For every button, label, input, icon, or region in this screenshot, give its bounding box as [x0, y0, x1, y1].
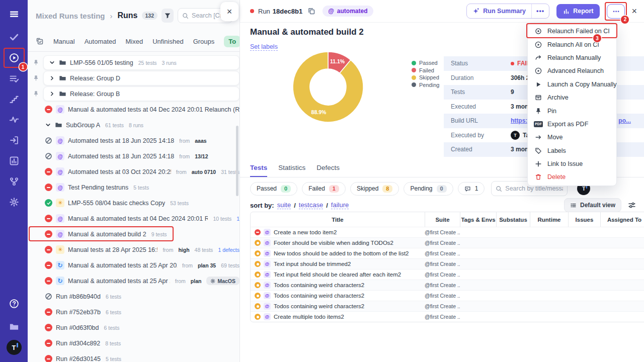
menu-item-delete[interactable]: Delete	[528, 170, 616, 184]
menu-item-move[interactable]: Move	[528, 131, 616, 144]
table-row[interactable]: @Footer should be visible when adding TO…	[251, 237, 644, 248]
runs-tab-groups[interactable]: Groups	[193, 38, 215, 45]
sidebar-button-runs-list[interactable]	[4, 68, 24, 88]
close-detail-button[interactable]: ×	[631, 6, 637, 17]
tab-defects[interactable]: Defects	[316, 164, 340, 177]
menu-item-relaunch-all-on-ci[interactable]: Relaunch All on CI	[528, 38, 616, 51]
menu-item-link-to-issue[interactable]: Link to Issue	[528, 157, 616, 170]
table-row[interactable]: @Todos containing weird characters2 @fir…	[251, 280, 644, 290]
column-header-title[interactable]: Title	[251, 212, 425, 227]
run-tree-item[interactable]: Run #d304c8928 tests	[32, 335, 239, 351]
sidebar-button-help[interactable]	[4, 294, 24, 314]
run-tree-item[interactable]: ✳LMP-555 08/04 basic checks Copy53 tests	[32, 195, 239, 211]
run-tree-item[interactable]: @Automated tests at 18 Jun 2025 14:18fro…	[32, 133, 239, 148]
view-selector-button[interactable]: Default view	[564, 198, 621, 212]
legend-item-passed[interactable]: Passed	[412, 60, 439, 66]
table-row[interactable]: @Todos containing weird characters2 @fir…	[251, 301, 644, 311]
pinned-run-card[interactable]: Release: Group B	[43, 86, 239, 101]
table-row[interactable]: @Text input should be trimmed2 @first Cr…	[251, 258, 644, 269]
comments-filter-chip[interactable]: 1	[458, 182, 485, 195]
sidebar-button-branch[interactable]	[4, 171, 24, 192]
build-url-link-end[interactable]: po...	[618, 117, 631, 124]
table-row[interactable]: @Create a new todo item2 @first Create .…	[251, 227, 644, 237]
runs-tab-mixed[interactable]: Mixed	[126, 38, 143, 45]
run-tree-item[interactable]: @Manual & automated tests at 04 Dec 2024…	[32, 211, 239, 226]
build-url-link[interactable]: https:/	[511, 117, 529, 124]
legend-item-failed[interactable]: Failed	[412, 67, 439, 73]
set-labels-link[interactable]: Set labels	[250, 43, 278, 51]
runs-tab-manual[interactable]: Manual	[53, 38, 75, 45]
sidebar-button-check[interactable]	[4, 27, 24, 47]
column-header-runtime[interactable]: Runtime	[530, 212, 568, 227]
filter-chip-failed[interactable]: Failed1	[302, 182, 346, 196]
run-tree-item[interactable]: @Manual & automated tests at 04 Dec 2024…	[32, 102, 239, 117]
sidebar-button-gear[interactable]	[4, 192, 24, 212]
run-tree-item[interactable]: @Automated tests at 03 Oct 2024 20:25fro…	[32, 164, 239, 179]
tab-statistics[interactable]: Statistics	[278, 164, 305, 177]
run-tree-item[interactable]: Run #752eb37b6 tests	[32, 304, 239, 320]
menu-item-advanced-relaunch[interactable]: Advanced Relaunch	[528, 64, 616, 77]
runs-tab-to[interactable]: To	[224, 36, 239, 47]
sort-by-failure[interactable]: failure	[331, 201, 349, 209]
menu-item-relaunch-failed-on-ci[interactable]: Relaunch Failed on CI3	[528, 25, 616, 38]
table-row[interactable]: @Create multiple todo items2 @first Crea…	[251, 311, 644, 322]
pinned-run-card[interactable]: LMP-556 01/05 testing25 tests3 runs	[43, 55, 239, 70]
run-tree-item[interactable]: Run #0d63f0bd6 tests	[32, 320, 239, 335]
sidebar-user-avatar[interactable]: T	[4, 337, 24, 357]
pinned-run-card[interactable]: Release: Group D	[43, 71, 239, 85]
report-button[interactable]: Report	[556, 4, 600, 19]
runs-tab-unfinished[interactable]: Unfinished	[152, 38, 183, 45]
close-panel-button[interactable]: ×	[220, 2, 238, 21]
column-settings-button[interactable]	[628, 201, 636, 209]
column-header-tags-envs[interactable]: Tags & Envs	[460, 212, 496, 227]
run-summary-more-button[interactable]: •••	[531, 4, 549, 18]
column-header-assigned-to[interactable]: Assigned To	[600, 212, 644, 227]
sidebar-button-menu[interactable]	[4, 4, 24, 24]
run-tree-item[interactable]: @Manual & automated build 29 tests	[32, 226, 239, 242]
tab-tests[interactable]: Tests	[250, 164, 267, 177]
sidebar-button-folder[interactable]	[4, 317, 24, 337]
run-tree-item[interactable]: ✳Manual tests at 28 Apr 2025 16:50fromhi…	[32, 242, 239, 257]
sidebar-button-pulse[interactable]	[4, 110, 24, 130]
menu-item-export-as-pdf[interactable]: PDFExport as PDF	[528, 118, 616, 131]
run-tree-item[interactable]: Release: Group D	[32, 70, 239, 86]
run-tree-item[interactable]: LMP-556 01/05 testing25 tests3 runs	[32, 55, 239, 70]
menu-item-labels[interactable]: Labels	[528, 144, 616, 157]
column-header-substatus[interactable]: Substatus	[496, 212, 530, 227]
run-summary-button[interactable]: Run Summary •••	[466, 4, 549, 19]
run-tree-item[interactable]: Run #b86b940d6 tests	[32, 289, 239, 304]
breadcrumb-project[interactable]: Mixed Runs testing	[36, 12, 105, 20]
menu-item-relaunch-manually[interactable]: Relaunch Manually	[528, 51, 616, 64]
filter-button[interactable]	[162, 9, 174, 23]
run-tree-item[interactable]: @Automated tests at 18 Jun 2025 14:18fro…	[32, 148, 239, 164]
run-tree-item[interactable]: ↻Manual & automated tests at 25 Apr 2025…	[32, 273, 239, 289]
menu-item-launch-a-copy-manually[interactable]: Launch a Copy Manually	[528, 78, 616, 91]
copy-run-id-button[interactable]	[307, 7, 315, 15]
filter-chip-passed[interactable]: Passed0	[250, 182, 297, 196]
legend-item-pending[interactable]: Pending	[412, 82, 439, 88]
table-row[interactable]: @Text input field should be cleared afte…	[251, 269, 644, 280]
scrollbar-thumb[interactable]	[236, 126, 238, 196]
run-tree-item[interactable]: Release: Group B	[32, 86, 239, 102]
menu-item-pin[interactable]: Pin	[528, 104, 616, 117]
table-row[interactable]: @Todos containing weird characters2 @fir…	[251, 290, 644, 301]
sidebar-button-chart-box[interactable]	[4, 151, 24, 171]
runs-tab-automated[interactable]: Automated	[85, 38, 116, 45]
sort-by-testcase[interactable]: testcase	[299, 201, 323, 209]
tests-search-input[interactable]	[505, 185, 563, 192]
table-row[interactable]: @New todos should be added to the bottom…	[251, 248, 644, 258]
sort-by-suite[interactable]: suite	[277, 201, 291, 209]
column-header-issues[interactable]: Issues	[568, 212, 600, 227]
run-tree-item[interactable]: SubGroup A61 tests8 runs	[32, 117, 239, 133]
run-tree-item[interactable]: Run #26d301455 tests	[32, 351, 239, 362]
sidebar-button-signin[interactable]	[4, 130, 24, 150]
legend-item-skipped[interactable]: Skipped	[412, 74, 439, 80]
menu-item-archive[interactable]: Archive	[528, 91, 616, 104]
column-header-suite[interactable]: Suite	[425, 212, 460, 227]
run-tree-item[interactable]: ↻Manual & automated tests at 25 Apr 2025…	[32, 257, 239, 273]
filter-chip-skipped[interactable]: Skipped8	[350, 182, 399, 196]
sidebar-button-play-circle[interactable]: 1	[4, 48, 24, 68]
sidebar-button-steps[interactable]	[4, 89, 24, 109]
filter-chip-pending[interactable]: Pending0	[404, 182, 453, 196]
run-tree-item[interactable]: @Test Pending testruns5 tests	[32, 179, 239, 195]
